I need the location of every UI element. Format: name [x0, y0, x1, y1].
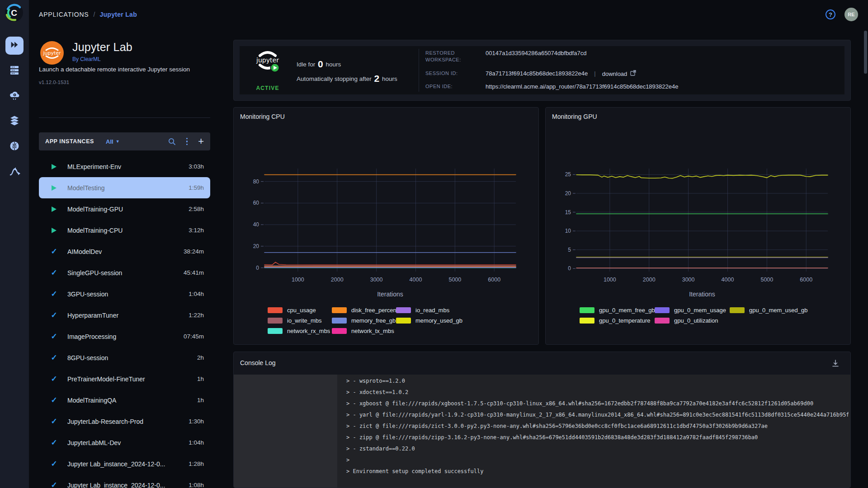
instance-row[interactable]: ✓PreTrainerModel-FineTuner1h	[39, 368, 210, 389]
console-header: Console Log	[234, 352, 850, 375]
clearml-logo[interactable]: C	[4, 3, 24, 23]
gpu-chart-title: Monitoring GPU	[552, 113, 597, 120]
nav-applications[interactable]	[5, 37, 24, 55]
app-title-block: Jupyter Lab By ClearML	[72, 41, 132, 67]
legend-item-io_read_mbs[interactable]: io_read_mbs	[396, 305, 460, 315]
legend-item-io_write_mbs[interactable]: io_write_mbs	[268, 315, 332, 325]
instance-row[interactable]: MLExperiment-Env3:03h	[39, 156, 210, 177]
open-ide-url[interactable]: https://clearml.acme.ai/app_router/78a71…	[486, 83, 678, 90]
nav-hyper-datasets[interactable]	[5, 113, 24, 131]
instance-row[interactable]: ModelTraining-GPU2:58h	[39, 198, 210, 220]
instance-duration: 2:58h	[189, 206, 204, 212]
autostop-hours-value: 2	[373, 73, 381, 84]
legend-item-gpu_0_mem_usage[interactable]: gpu_0_mem_usage	[655, 305, 730, 315]
instance-row[interactable]: ✓JupyterLabML-Dev1:04h	[39, 432, 210, 453]
instance-duration: 1:08h	[189, 482, 204, 488]
legend-label: network_rx_mbs	[287, 328, 330, 334]
legend-item-gpu_0_mem_free_gb[interactable]: gpu_0_mem_free_gb	[580, 305, 655, 315]
nav-rail-items	[5, 37, 24, 181]
instance-row[interactable]: ✓ImageProcessing07:45m	[39, 326, 210, 347]
page-scrollbar-thumb[interactable]	[864, 31, 867, 74]
breadcrumb-current: Jupyter Lab	[99, 11, 137, 18]
check-icon: ✓	[50, 418, 58, 425]
legend-item-gpu_0_utilization[interactable]: gpu_0_utilization	[655, 315, 730, 325]
legend-item-memory_free_gb[interactable]: memory_free_gb	[332, 315, 396, 325]
search-icon[interactable]	[168, 137, 176, 145]
legend-item-gpu_0_temperature[interactable]: gpu_0_temperature	[580, 315, 655, 325]
legend-item-network_rx_mbs[interactable]: network_rx_mbs	[268, 326, 332, 336]
check-icon: ✓	[50, 375, 58, 383]
add-instance-button[interactable]: +	[198, 137, 204, 145]
instance-row[interactable]: ✓Jupyter Lab_instance_2024-12-0...1:08h	[39, 474, 210, 488]
instances-filter-dropdown[interactable]: All ▼	[106, 138, 120, 145]
instance-name: Jupyter Lab_instance_2024-12-0...	[67, 460, 185, 468]
session-id-value: 78a71713f6914c85b68dec1893822e4e	[486, 70, 588, 77]
console-gutter	[234, 375, 337, 488]
cpu-chart-plot: 100020003000400050006000020406080Iterati…	[234, 153, 539, 302]
instance-row[interactable]: ✓3GPU-session1:04h	[39, 283, 210, 305]
avatar[interactable]: RE	[844, 8, 858, 21]
legend-item-gpu_0_mem_used_gb[interactable]: gpu_0_mem_used_gb	[730, 305, 805, 315]
svg-text:0: 0	[256, 265, 259, 271]
instance-row[interactable]: ✓HyperparamTuner1:22h	[39, 305, 210, 326]
instance-name: MLExperiment-Env	[67, 163, 185, 170]
breadcrumb-applications[interactable]: APPLICATIONS	[39, 11, 89, 18]
nav-autoscalers[interactable]	[5, 87, 24, 105]
instance-name: PreTrainerModel-FineTuner	[67, 375, 193, 383]
instance-name: 3GPU-session	[67, 291, 185, 298]
instance-row[interactable]: ModelTraining-CPU3:12h	[39, 220, 210, 241]
instance-row[interactable]: ✓Jupyter Lab_instance_2024-12-0...1:28h	[39, 453, 210, 474]
instance-duration: 1:04h	[189, 439, 204, 446]
instance-duration: 1:59h	[189, 184, 204, 191]
legend-swatch	[268, 328, 283, 334]
kebab-menu-icon[interactable]	[186, 138, 188, 145]
app-by[interactable]: By ClearML	[72, 56, 132, 62]
session-id-row: SESSION ID: 78a71713f6914c85b68dec189382…	[425, 70, 636, 77]
check-icon: ✓	[50, 248, 58, 255]
legend-item-cpu_usage[interactable]: cpu_usage	[268, 305, 332, 315]
applications-icon	[9, 40, 19, 52]
instance-duration: 07:45m	[184, 333, 204, 340]
svg-text:2000: 2000	[331, 277, 344, 283]
instance-row[interactable]: ✓AIModelDev38:24m	[39, 241, 210, 262]
app-title: Jupyter Lab	[72, 41, 132, 54]
instance-row[interactable]: ModelTesting1:59h	[39, 177, 210, 198]
legend-label: cpu_usage	[287, 307, 316, 314]
x-axis-label: Iterations	[689, 291, 715, 298]
session-id-label: SESSION ID:	[425, 70, 480, 77]
instance-duration: 3:03h	[189, 163, 204, 170]
svg-text:C: C	[11, 8, 17, 18]
help-icon[interactable]: ?	[826, 9, 835, 19]
idle-suffix: hours	[326, 61, 341, 68]
legend-swatch	[396, 307, 411, 313]
nav-pipelines[interactable]	[5, 163, 24, 181]
download-link[interactable]: download	[602, 70, 637, 77]
nav-workers-queues[interactable]	[5, 62, 24, 80]
instance-duration: 1:22h	[189, 312, 204, 319]
autostop-text: Automatically stopping after 2 hours	[297, 73, 397, 84]
instance-row[interactable]: ✓8GPU-session2h	[39, 347, 210, 368]
legend-swatch	[730, 307, 745, 313]
legend-label: io_read_mbs	[415, 307, 449, 314]
instance-row[interactable]: ✓ModelTrainingQA1h	[39, 389, 210, 411]
instance-row[interactable]: ✓SingleGPU-session45:41m	[39, 262, 210, 283]
legend-label: gpu_0_utilization	[674, 317, 718, 324]
instance-name: 8GPU-session	[67, 354, 193, 361]
legend-item-memory_used_gb[interactable]: memory_used_gb	[396, 315, 460, 325]
play-icon	[50, 185, 58, 191]
legend-item-network_tx_mbs[interactable]: network_tx_mbs	[332, 326, 396, 336]
legend-label: io_write_mbs	[287, 317, 322, 324]
svg-text:3000: 3000	[682, 277, 695, 283]
breadcrumb-separator: /	[93, 11, 95, 18]
check-icon: ✓	[50, 396, 58, 404]
monitoring-cpu-card: Monitoring CPU 1000200030004000500060000…	[233, 107, 539, 345]
svg-text:5: 5	[568, 247, 571, 253]
instance-row[interactable]: ✓JupyterLab-Research-Prod1:30h	[39, 411, 210, 432]
legend-label: gpu_0_temperature	[599, 317, 650, 324]
legend-item-disk_free_percent[interactable]: disk_free_percent	[332, 305, 396, 315]
legend-label: memory_free_gb	[351, 317, 396, 324]
console-download-icon[interactable]	[830, 357, 841, 369]
check-icon: ✓	[50, 290, 58, 298]
nav-models[interactable]	[5, 138, 24, 156]
monitoring-gpu-card: Monitoring GPU 1000200030004000500060000…	[545, 107, 851, 345]
